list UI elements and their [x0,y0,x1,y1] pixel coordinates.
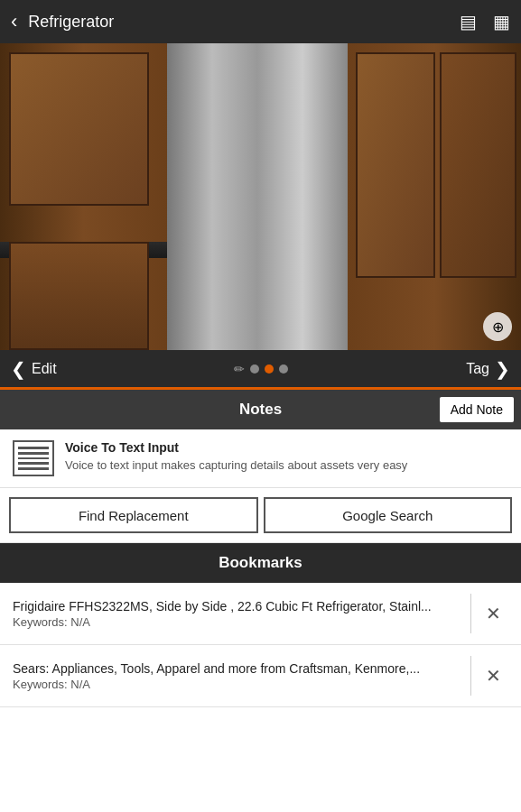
nav-dots: ✏ [57,362,467,376]
nav-dot-3[interactable] [279,364,288,374]
fridge-right-door [257,43,348,350]
bookmark-item-2: Sears: Appliances, Tools, Apparel and mo… [0,645,521,707]
google-search-button[interactable]: Google Search [264,497,513,533]
cabinet-right-upper-left [356,52,435,278]
header-icons: ▤ ▦ [460,11,510,32]
scene-background: ⊕ [0,43,521,350]
bookmark-divider-1 [470,594,471,633]
refrigerator-image: ⊕ [0,43,521,350]
vtt-heading: Voice To Text Input [65,440,508,455]
voice-to-text-row: Voice To Text Input Voice to text input … [0,429,521,488]
bookmark-delete-2[interactable]: ✕ [479,661,508,690]
tag-nav[interactable]: Tag ❯ [466,358,510,380]
pencil-icon: ✏ [234,362,245,376]
nav-dot-1[interactable] [250,364,259,374]
vtt-text-block: Voice To Text Input Voice to text input … [65,440,508,474]
bookmark-keywords-1: Keywords: N/A [13,615,463,629]
bookmarks-title: Bookmarks [219,554,302,572]
fridge-left-door [167,43,257,350]
cabinet-right-upper-right [440,52,516,278]
bookmark-title-2[interactable]: Sears: Appliances, Tools, Apparel and mo… [13,661,463,676]
print-icon[interactable]: ▤ [460,11,477,32]
add-note-button[interactable]: Add Note [440,397,514,422]
cabinet-left-upper [9,52,149,206]
notes-header: Notes Add Note [0,390,521,429]
bookmark-text-2: Sears: Appliances, Tools, Apparel and mo… [13,661,463,691]
cabinet-left [0,43,167,350]
cabinet-right [348,43,521,350]
bookmark-keywords-2: Keywords: N/A [13,678,463,691]
action-buttons: Find Replacement Google Search [0,488,521,543]
edit-label[interactable]: Edit [32,361,57,377]
zoom-button[interactable]: ⊕ [483,312,512,341]
bookmarks-header: Bookmarks [0,543,521,583]
nav-chevron-right-icon: ❯ [495,358,510,380]
nav-dot-2[interactable] [265,364,274,374]
header: ‹ Refrigerator ▤ ▦ [0,0,521,43]
bookmark-divider-2 [470,656,471,696]
list-icon[interactable]: ▦ [493,11,510,32]
vtt-icon [13,440,54,476]
bookmark-text-1: Frigidaire FFHS2322MS, Side by Side , 22… [13,599,463,629]
bookmark-title-1[interactable]: Frigidaire FFHS2322MS, Side by Side , 22… [13,599,463,614]
bookmark-item-1: Frigidaire FFHS2322MS, Side by Side , 22… [0,583,521,645]
notes-title: Notes [239,401,282,419]
find-replacement-button[interactable]: Find Replacement [9,497,258,533]
tag-label: Tag [466,361,489,377]
cabinet-left-lower [9,242,149,350]
page-title: Refrigerator [28,13,460,32]
back-button[interactable]: ‹ [11,10,17,33]
nav-chevron-left-icon: ❮ [11,358,26,380]
nav-bar: ❮ Edit ✏ Tag ❯ [0,350,521,390]
edit-nav[interactable]: ❮ Edit [11,358,57,380]
bookmark-delete-1[interactable]: ✕ [479,599,508,628]
vtt-description: Voice to text input makes capturing deta… [65,457,508,474]
